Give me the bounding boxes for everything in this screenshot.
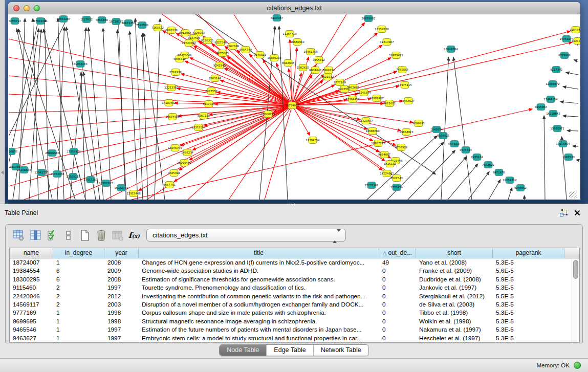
table-cell[interactable]: Corpus callosum shape and size in male p… — [139, 309, 379, 317]
table-cell[interactable]: 5.5E-5 — [493, 292, 564, 300]
graph-node[interactable]: 20876682 — [361, 15, 375, 22]
table-cell[interactable]: 1997 — [104, 334, 139, 342]
graph-node[interactable]: 7163822 — [151, 25, 164, 31]
table-row[interactable]: 911546021997Tourette syndrome. Phenomeno… — [10, 283, 572, 292]
column-header-out_de[interactable]: △out_de... — [379, 248, 416, 258]
table-row[interactable]: 969969511998Structural magnetic resonanc… — [10, 317, 572, 325]
column-header-title[interactable]: title — [139, 248, 379, 258]
graph-node[interactable]: 1733426 — [390, 184, 403, 191]
graph-node[interactable]: 27691406 — [33, 18, 48, 25]
graph-node[interactable]: 7625402 — [168, 170, 180, 177]
table-cell[interactable]: Changes of HCN gene expression and I(f) … — [139, 258, 379, 267]
table-cell[interactable]: Embryonic stem cells: a model to study s… — [139, 334, 379, 342]
graph-node[interactable]: 10654112 — [503, 177, 516, 184]
graph-node[interactable]: 9245652 — [514, 185, 527, 191]
graph-node[interactable]: 16961758 — [303, 49, 318, 55]
table-cell[interactable]: 1 — [53, 317, 104, 325]
table-cell[interactable]: Estimation of significance thresholds fo… — [139, 275, 379, 283]
table-cell[interactable]: 22420046 — [10, 292, 53, 300]
tab-edge-table[interactable]: Edge Table — [266, 345, 313, 356]
graph-node[interactable]: 10973493 — [389, 52, 403, 59]
table-selector-dropdown[interactable]: citations_edges.txt — [146, 229, 346, 242]
column-header-year[interactable]: year — [104, 248, 139, 258]
graph-node[interactable]: 7485063 — [396, 67, 408, 73]
table-cell[interactable]: 5.3E-5 — [493, 309, 564, 317]
table-cell[interactable]: de Silva et al. (2003) — [416, 300, 493, 309]
graph-node[interactable]: 17016504 — [556, 141, 570, 147]
left-panel-splitter[interactable] — [0, 0, 5, 204]
graph-node[interactable]: 15135141 — [364, 182, 378, 189]
graph-node[interactable]: 8427552 — [205, 88, 217, 95]
table-cell[interactable]: 2 — [53, 300, 104, 309]
table-cell[interactable]: 1 — [53, 258, 104, 267]
table-cell[interactable]: 0 — [379, 267, 416, 275]
network-view[interactable]: 9055714276914061065328715276029466160107… — [9, 14, 580, 200]
table-cell[interactable]: 5.3E-5 — [493, 334, 564, 342]
tab-network-table[interactable]: Network Table — [313, 345, 368, 356]
graph-node[interactable]: 16210643 — [546, 111, 560, 117]
graph-node[interactable]: 8912954 — [179, 30, 192, 36]
table-cell[interactable]: 1 — [53, 334, 104, 342]
table-row[interactable]: 977716911998Corpus callosum shape and si… — [10, 309, 572, 317]
table-cell[interactable]: 1 — [53, 309, 104, 317]
graph-node[interactable]: 10654985 — [165, 114, 179, 120]
new-document-icon[interactable] — [78, 229, 92, 242]
window-titlebar[interactable]: citations_edges.txt — [8, 2, 580, 14]
graph-node[interactable]: 11254419 — [282, 31, 297, 37]
tab-node-table[interactable]: Node Table — [220, 345, 266, 356]
table-cell[interactable]: 5.3E-5 — [493, 325, 564, 334]
graph-node[interactable]: 9117004 — [203, 101, 215, 107]
table-row[interactable]: 946554611997Estimation of the future num… — [10, 325, 572, 334]
graph-node[interactable]: 9621602 — [383, 100, 396, 107]
column-header-name[interactable]: name — [10, 248, 53, 258]
table-cell[interactable]: 1998 — [104, 317, 139, 325]
table-cell[interactable]: Structural magnetic resonance image aver… — [139, 317, 379, 325]
graph-node[interactable]: 9463627 — [402, 98, 415, 104]
graph-node[interactable]: 16640910 — [290, 39, 304, 46]
table-cell[interactable]: 1998 — [104, 309, 139, 317]
table-cell[interactable]: 2 — [53, 283, 104, 292]
table-cell[interactable]: Stergiakouli et al. (2012) — [416, 292, 493, 300]
graph-node[interactable]: 17975115 — [398, 82, 411, 89]
row-height-icon[interactable] — [62, 229, 75, 242]
graph-node[interactable]: 9756928 — [395, 144, 408, 151]
graph-node[interactable]: 11451944 — [50, 171, 64, 178]
graph-node[interactable]: 8215953 — [535, 104, 547, 111]
delete-table-icon[interactable] — [95, 229, 108, 242]
table-cell[interactable]: 9115460 — [10, 283, 53, 292]
graph-node[interactable]: 7515526 — [136, 22, 149, 29]
table-cell[interactable]: Genome-wide association studies in ADHD. — [139, 267, 379, 275]
graph-node[interactable]: 16154838 — [375, 26, 389, 33]
graph-node[interactable]: 9055714 — [9, 18, 21, 25]
table-cell[interactable]: 1 — [53, 325, 104, 334]
table-cell[interactable]: Hescheler et al. (1997) — [416, 334, 493, 342]
table-cell[interactable]: 2003 — [104, 300, 139, 309]
table-cell[interactable]: 1997 — [104, 325, 139, 334]
table-cell[interactable]: 9699695 — [10, 317, 53, 325]
graph-node[interactable]: 9466160 — [96, 17, 108, 24]
import-table-icon[interactable] — [111, 229, 124, 242]
graph-node[interactable]: 12444154 — [543, 96, 558, 103]
network-window[interactable]: citations_edges.txt 90557142769140610653… — [8, 2, 580, 200]
table-cell[interactable]: 0 — [379, 325, 416, 334]
graph-node[interactable]: 7940234 — [322, 67, 335, 74]
table-cell[interactable]: Investigating the contribution of common… — [139, 292, 379, 300]
table-cell[interactable]: Nakamura et al. (1997) — [416, 325, 493, 334]
graph-node[interactable]: 18807243 — [371, 140, 385, 147]
graph-node[interactable]: 10653287 — [56, 16, 70, 23]
table-cell[interactable]: Wolkin et al. (1998) — [416, 317, 493, 325]
table-cell[interactable]: 1997 — [104, 283, 139, 292]
table-cell[interactable]: 18724007 — [10, 258, 53, 267]
table-cell[interactable]: 0 — [379, 334, 416, 342]
table-cell[interactable]: 9465546 — [10, 325, 53, 334]
graph-node[interactable]: 9329966 — [558, 52, 571, 59]
graph-node[interactable]: 14524861 — [380, 170, 394, 177]
table-cell[interactable]: 0 — [379, 317, 416, 325]
column-header-in_degree[interactable]: in_degree — [53, 248, 104, 258]
graph-node[interactable]: 20364456 — [345, 96, 360, 103]
table-cell[interactable]: 6 — [53, 267, 104, 275]
table-cell[interactable]: 2009 — [104, 267, 139, 275]
table-cell[interactable]: 18300295 — [10, 275, 53, 283]
graph-node[interactable]: 2935114 — [471, 154, 484, 161]
graph-node[interactable]: 16671355 — [121, 20, 135, 27]
